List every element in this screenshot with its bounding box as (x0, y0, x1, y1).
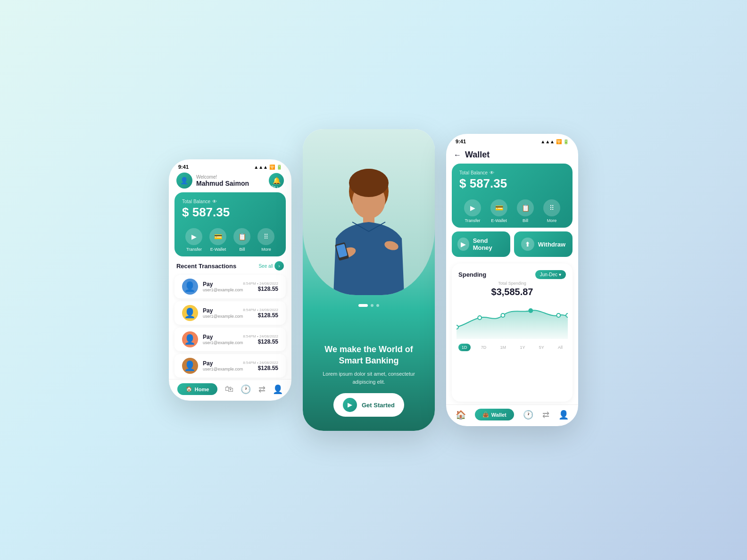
trans-amount-4: $128.55 (243, 365, 278, 371)
home-icon: 🏠 (186, 386, 192, 392)
withdraw-button[interactable]: ⬆ Withdraw (514, 231, 573, 257)
status-bar-1: 9:41 ▲▲▲ 🛜 🔋 (169, 159, 291, 173)
action-more-3[interactable]: ⠿ More (543, 199, 560, 223)
total-spending-amount: $3,585.87 (458, 287, 566, 297)
time-1: 9:41 (178, 164, 189, 170)
trans-email-1: user1@example.com (203, 288, 243, 292)
trans-email-3: user1@example.com (203, 340, 243, 345)
transaction-2[interactable]: 👤 Pay user1@example.com 8:54PM • 24/08/2… (174, 301, 286, 325)
trans-date-2: 8:54PM • 24/08/2022 (243, 308, 278, 312)
trans-info-4: Pay user1@example.com (203, 360, 243, 371)
action-ewallet-3[interactable]: 💳 E-Wallet (490, 199, 507, 223)
bill-icon-1: 📋 (233, 228, 250, 245)
transaction-1[interactable]: 👤 Pay user1@example.com 8:54PM • 24/08/2… (174, 275, 286, 298)
dot-active[interactable] (358, 304, 368, 307)
bill-label-1: Bill (239, 247, 245, 252)
home-label: Home (195, 387, 209, 392)
balance-card-3: Total Balance 👁 $ 587.35 See Details › ▶… (452, 164, 573, 228)
wifi-icon: 🛜 (269, 165, 275, 170)
trans-info-2: Pay user1@example.com (203, 307, 243, 319)
status-icons-1: ▲▲▲ 🛜 🔋 (254, 165, 282, 170)
spending-header: Spending Jun-Dec ▾ (458, 270, 566, 279)
see-details-1[interactable]: See Details › (252, 185, 278, 190)
ewallet-label-1: E-Wallet (210, 247, 226, 252)
nav-transfer-icon-3[interactable]: ⇄ (542, 410, 549, 420)
see-details-3[interactable]: See Details › (539, 156, 565, 161)
send-money-button[interactable]: ▶ Send Money (452, 231, 510, 257)
transaction-4[interactable]: 👤 Pay user1@example.com 8:54PM • 24/08/2… (174, 354, 286, 378)
balance-card-1: Total Balance 👁 $ 587.35 See Details › ▶… (174, 192, 286, 256)
bill-icon-3: 📋 (517, 199, 534, 216)
trans-name-4: Pay (203, 360, 243, 367)
get-started-label: Get Started (362, 402, 395, 409)
trans-avatar-1: 👤 (182, 279, 198, 295)
filter-all[interactable]: All (555, 344, 566, 351)
wifi-icon-3: 🛜 (556, 139, 562, 144)
transfer-icon-1: ▶ (185, 228, 202, 245)
action-bill-3[interactable]: 📋 Bill (517, 199, 534, 223)
dot-2[interactable] (371, 304, 374, 307)
ewallet-icon-1: 💳 (209, 228, 226, 245)
status-icons-3: ▲▲▲ 🛜 🔋 (540, 139, 569, 144)
filter-1m[interactable]: 1M (497, 344, 510, 351)
eye-icon-1[interactable]: 👁 (212, 199, 217, 204)
filter-1d[interactable]: 1D (458, 344, 471, 351)
onboarding-subtext: Lorem ipsum dolor sit amet, consectetur … (312, 370, 425, 386)
nav-shop-icon[interactable]: 🛍 (225, 384, 233, 394)
ewallet-icon-3: 💳 (490, 199, 507, 216)
balance-label-1: Total Balance 👁 (182, 199, 230, 204)
period-selector[interactable]: Jun-Dec ▾ (535, 270, 566, 279)
nav-history-icon[interactable]: 🕐 (241, 384, 251, 395)
time-3: 9:41 (456, 139, 466, 144)
trans-avatar-2: 👤 (182, 305, 198, 321)
get-started-button[interactable]: ▶ Get Started (333, 393, 404, 417)
onboarding-headline: We make the World of Smart Banking (312, 344, 425, 366)
action-bill-1[interactable]: 📋 Bill (233, 228, 250, 252)
trans-info-3: Pay user1@example.com (203, 334, 243, 345)
trans-date-4: 8:54PM • 24/08/2022 (243, 361, 278, 365)
time-filters: 1D 7D 1M 1Y 5Y All (458, 344, 566, 351)
transfer-label-3: Transfer (465, 218, 480, 223)
wallet-title: Wallet (465, 150, 490, 160)
nav-wallet-btn[interactable]: 👜 Wallet (475, 409, 514, 420)
svg-point-10 (501, 313, 505, 317)
battery-icon-3: 🔋 (563, 139, 569, 144)
wallet-nav-label: Wallet (491, 412, 506, 418)
nav-profile-icon-3[interactable]: 👤 (558, 410, 569, 420)
filter-5y[interactable]: 5Y (536, 344, 548, 351)
phone-home: 9:41 ▲▲▲ 🛜 🔋 👤 Welcome! Mahmud Saimon 🔔 (169, 159, 291, 401)
withdraw-icon: ⬆ (521, 238, 534, 251)
signal-icon: ▲▲▲ (254, 165, 268, 170)
action-transfer-1[interactable]: ▶ Transfer (185, 228, 202, 252)
action-transfer-3[interactable]: ▶ Transfer (464, 199, 481, 223)
user-avatar: 👤 (176, 173, 192, 189)
trans-amount-2: $128.55 (243, 312, 278, 319)
svg-point-2 (349, 169, 389, 197)
see-all-btn[interactable]: See all › (258, 261, 284, 271)
nav-history-icon-3[interactable]: 🕐 (523, 410, 533, 420)
action-more-1[interactable]: ⠿ More (257, 228, 274, 252)
trans-amount-3: $128.55 (243, 338, 278, 345)
dot-3[interactable] (376, 304, 379, 307)
spending-card: Spending Jun-Dec ▾ Total Spending $3,585… (452, 264, 573, 402)
balance-amount-1: $ 587.35 (182, 205, 230, 220)
more-label-1: More (261, 247, 271, 252)
action-ewallet-1[interactable]: 💳 E-Wallet (209, 228, 226, 252)
chevron-down-icon: ▾ (559, 272, 561, 277)
eye-icon-3[interactable]: 👁 (490, 170, 494, 175)
filter-7d[interactable]: 7D (478, 344, 490, 351)
bottom-nav-1: 🏠 Home 🛍 🕐 ⇄ 👤 (169, 379, 291, 401)
nav-home-btn[interactable]: 🏠 Home (177, 383, 218, 395)
signal-icon-3: ▲▲▲ (540, 139, 555, 144)
filter-1y[interactable]: 1Y (516, 344, 528, 351)
nav-transfer-icon[interactable]: ⇄ (258, 384, 266, 395)
back-button[interactable]: ← (454, 151, 461, 159)
transaction-3[interactable]: 👤 Pay user1@example.com 8:54PM • 24/08/2… (174, 328, 286, 351)
trans-date-1: 8:54PM • 24/08/2022 (243, 281, 278, 286)
chart-svg (456, 301, 568, 339)
nav-home-icon-3[interactable]: 🏠 (456, 410, 466, 420)
onboarding-image: We make the World of Smart Banking Lorem… (303, 129, 435, 431)
nav-profile-icon[interactable]: 👤 (273, 384, 283, 395)
trans-name-3: Pay (203, 334, 243, 340)
wallet-nav-icon: 👜 (482, 412, 489, 418)
